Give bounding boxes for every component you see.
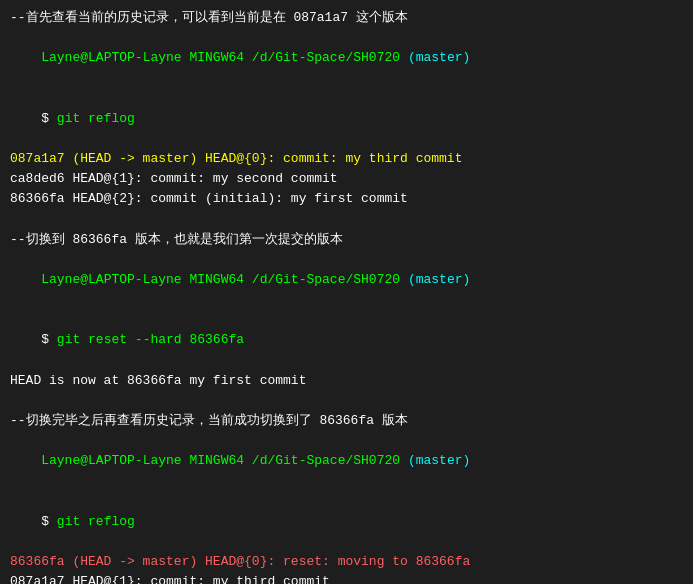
prompt-line-2: Layne@LAPTOP-Layne MINGW64 /d/Git-Space/… — [10, 250, 683, 310]
blank-2 — [10, 391, 683, 411]
comment-line-1: --首先查看当前的历史记录，可以看到当前是在 087a1a7 这个版本 — [10, 8, 683, 28]
git-reset-cmd: git reset --hard 86366fa — [57, 332, 244, 347]
prompt-user-2: Layne@LAPTOP-Layne MINGW64 /d/Git-Space/… — [41, 272, 408, 287]
reflog-entry-1: 087a1a7 (HEAD -> master) HEAD@{0}: commi… — [10, 149, 683, 169]
prompt-branch-1: (master) — [408, 50, 470, 65]
prompt-user-1: Layne@LAPTOP-Layne MINGW64 /d/Git-Space/… — [41, 50, 408, 65]
prompt-branch-2: (master) — [408, 272, 470, 287]
comment-line-3: --切换完毕之后再查看历史记录，当前成功切换到了 86366fa 版本 — [10, 411, 683, 431]
dollar-2: $ — [41, 332, 57, 347]
comment-line-2: --切换到 86366fa 版本，也就是我们第一次提交的版本 — [10, 230, 683, 250]
blank-1 — [10, 209, 683, 229]
reflog-entry-2: ca8ded6 HEAD@{1}: commit: my second comm… — [10, 169, 683, 189]
reflog2-entry-1: 86366fa (HEAD -> master) HEAD@{0}: reset… — [10, 552, 683, 572]
prompt-line-3: Layne@LAPTOP-Layne MINGW64 /d/Git-Space/… — [10, 431, 683, 491]
dollar-3: $ — [41, 514, 57, 529]
git-reflog-2: git reflog — [57, 514, 135, 529]
prompt-line-1: Layne@LAPTOP-Layne MINGW64 /d/Git-Space/… — [10, 28, 683, 88]
reflog-entry-3: 86366fa HEAD@{2}: commit (initial): my f… — [10, 189, 683, 209]
git-reflog-1: git reflog — [57, 111, 135, 126]
dollar-1: $ — [41, 111, 57, 126]
prompt-branch-3: (master) — [408, 453, 470, 468]
command-line-2: $ git reset --hard 86366fa — [10, 310, 683, 370]
command-line-1: $ git reflog — [10, 89, 683, 149]
reflog2-entry-2: 087a1a7 HEAD@{1}: commit: my third commi… — [10, 572, 683, 584]
command-line-3: $ git reflog — [10, 491, 683, 551]
reset-result: HEAD is now at 86366fa my first commit — [10, 371, 683, 391]
terminal-output: --首先查看当前的历史记录，可以看到当前是在 087a1a7 这个版本 Layn… — [10, 8, 683, 584]
prompt-user-3: Layne@LAPTOP-Layne MINGW64 /d/Git-Space/… — [41, 453, 408, 468]
